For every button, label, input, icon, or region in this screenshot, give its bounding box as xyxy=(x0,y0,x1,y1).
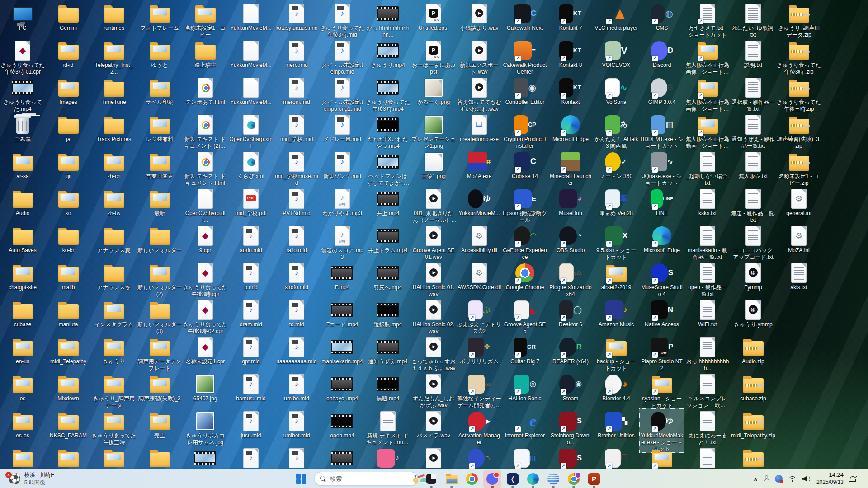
desktop-icon[interactable]: ♪わかりやす.mp3 xyxy=(320,186,365,217)
desktop-icon[interactable]: ヘッドフォンはずしててよかっt.mp4 xyxy=(365,149,410,187)
desktop-icon[interactable]: cubase xyxy=(0,297,45,328)
clock[interactable]: 14:24 2025/09/13 xyxy=(816,471,844,486)
desktop-icon[interactable]: ↗無人販売不正行為画像 - ショートカット xyxy=(685,75,730,113)
desktop-icon[interactable]: ◆9.cpr xyxy=(183,223,228,254)
desktop-icon[interactable]: N↗Native Access xyxy=(639,297,684,328)
desktop-icon[interactable]: YukkuriMovieM... xyxy=(228,1,274,32)
chrome-profile-taskbar-button[interactable] xyxy=(565,470,583,488)
desktop-icon[interactable]: ↗Microsoft Edge xyxy=(548,112,593,143)
desktop-icon[interactable]: ♪新規ソング.mid xyxy=(320,149,365,180)
desktop-icon[interactable]: sfz↗Plogue sforzando x64 xyxy=(548,260,593,298)
desktop-icon[interactable]: きゅうりボカコレ用サムネ.jpg xyxy=(183,408,228,446)
desktop-icon[interactable]: 通知うぜえ.mp4 xyxy=(365,334,410,366)
desktop-icon[interactable]: ▥↗HDDFMT.exe - ショートカット xyxy=(639,112,684,150)
desktop-icon[interactable]: 新規 テキスト ドキュメント (2).html xyxy=(183,112,228,150)
desktop-icon[interactable]: ♪gpt.mid xyxy=(228,334,274,366)
desktop-icon[interactable]: ♪rajio.mid xyxy=(274,223,319,254)
desktop-icon[interactable]: ∿↗VoiSona xyxy=(594,75,639,106)
desktop-icon[interactable]: アナウンス冬 xyxy=(91,260,137,291)
desktop-icon[interactable]: e↗Internet Explorer xyxy=(502,408,547,440)
desktop-icon[interactable]: Audio xyxy=(0,186,45,217)
desktop-icon[interactable]: 羽尻へ.mp4 xyxy=(365,260,410,291)
desktop-icon[interactable]: ▚↗Brother Utilities xyxy=(594,408,639,440)
desktop-icon[interactable]: ◠↗GeForce Experience xyxy=(502,223,547,261)
tray-overflow-chevron-icon[interactable]: ∧ xyxy=(753,476,758,482)
desktop-icon[interactable]: ◣↗Groove Agent SE 5 xyxy=(502,297,547,335)
desktop-icon[interactable]: プレゼンテーション1.png xyxy=(411,112,456,150)
desktop-icon[interactable]: Images xyxy=(46,75,91,106)
desktop-icon[interactable]: ⌗MoZA.exe xyxy=(457,149,502,180)
desktop-icon[interactable]: 新規 テキスト ドキュメント.musicxml xyxy=(365,408,410,446)
desktop-icon[interactable]: ♪メドレー風.mid xyxy=(320,112,365,143)
tray-app-icon[interactable] xyxy=(775,475,783,483)
desktop-icon[interactable]: malib xyxy=(46,260,91,291)
desktop-icon[interactable]: 営業日変更 xyxy=(137,149,182,180)
desktop-icon[interactable]: CP↗Crypton Product Installer xyxy=(502,112,547,150)
accessibility-tray-icon[interactable] xyxy=(764,475,769,482)
search-box[interactable] xyxy=(314,472,418,486)
desktop-icon[interactable]: ↗syasinn - ショートカット xyxy=(639,371,684,409)
desktop-icon[interactable]: WIFI.txt xyxy=(685,297,730,328)
desktop-icon[interactable]: ◉↗Controller Editor xyxy=(502,75,547,106)
desktop-icon[interactable]: NKSC_PARAM xyxy=(46,408,91,440)
desktop-icon[interactable]: F.mp4 xyxy=(320,260,365,291)
desktop-icon[interactable]: chatgpt-site xyxy=(0,260,45,291)
desktop-icon[interactable]: まにまにわーるど！.txt xyxy=(685,408,730,446)
desktop-icon[interactable]: en-us xyxy=(0,334,45,366)
desktop-icon[interactable]: open - 親作品一覧.txt xyxy=(685,260,730,298)
desktop-icon[interactable]: Track Pictures xyxy=(91,112,137,143)
desktop-icon[interactable]: OpenCvSharp.dll... xyxy=(183,186,228,224)
desktop-icon[interactable]: 最新 xyxy=(137,186,182,217)
desktop-icon[interactable]: 死にたい_ゆ歌詞.txt xyxy=(731,1,776,38)
desktop-icon[interactable]: ◔↗OBS Studio xyxy=(548,223,593,254)
desktop-icon[interactable]: ♪td.mid xyxy=(274,297,319,328)
desktop-icon[interactable]: D↗Discord xyxy=(639,38,684,69)
desktop-icon[interactable]: ♪mid_学校.mid xyxy=(274,112,319,143)
desktop-icon[interactable]: ω↗孤独なインディーゲーム開発者の一生 ... xyxy=(457,371,502,409)
desktop-icon[interactable]: ↗Microsoft Edge xyxy=(639,223,684,254)
desktop-icon[interactable]: ◆きゅうり食ってた午後3時-02.cpr xyxy=(183,297,228,335)
desktop-icon[interactable]: ≡↗Cakewalk Product Center xyxy=(502,38,547,75)
desktop-icon[interactable]: jijii xyxy=(46,149,91,180)
desktop-icon[interactable]: C↗Cakewalk Next xyxy=(502,1,547,32)
desktop-icon[interactable]: ↗backup - ショートカット xyxy=(594,334,639,372)
desktop-icon[interactable]: runtimes xyxy=(91,1,137,32)
desktop-icon[interactable]: PDFmid_学校.pdf xyxy=(228,186,274,217)
desktop-icon[interactable]: Fコード.mp4 xyxy=(320,297,365,328)
desktop-icon[interactable]: ↗万引きメモ.txt - ショートカット xyxy=(685,1,730,38)
desktop-icon[interactable]: ♪uaaaaaaaaa.mid xyxy=(274,334,319,366)
desktop-icon[interactable]: ◕↗Blender 4.4 xyxy=(594,371,639,403)
desktop-icon[interactable]: ♪タイトル未設定.tempo.orig1.mid xyxy=(320,75,365,113)
desktop-icon[interactable]: ♪hamusu.mid xyxy=(228,371,274,403)
desktop-icon[interactable]: ▶HALion Sonic 01.wav xyxy=(411,260,456,298)
desktop-icon[interactable]: きゅうり xyxy=(91,334,137,366)
desktop-icon[interactable]: midi_Telepathy.zip xyxy=(731,408,776,440)
desktop-icon[interactable]: 調声練習(失敗)_3.zip xyxy=(776,112,821,150)
desktop-icon[interactable]: 売上 xyxy=(137,408,182,440)
desktop-icon[interactable]: ♪sirofo.mid xyxy=(274,260,319,291)
desktop-icon[interactable]: E↗Epson 接続診断ツール xyxy=(502,186,547,224)
desktop-icon[interactable]: PC xyxy=(0,1,45,32)
desktop-icon[interactable]: _起動しない場合.txt xyxy=(685,149,730,187)
desktop-icon[interactable]: zh-tw xyxy=(91,186,137,217)
desktop-icon[interactable]: YukkuriMovieM... xyxy=(228,38,274,69)
desktop-icon[interactable]: Auto Saves xyxy=(0,223,45,254)
desktop-icon[interactable]: ♪PVTNd.mid xyxy=(274,186,319,217)
desktop-icon[interactable]: 路上駐車 xyxy=(183,38,228,69)
desktop-icon[interactable]: ▶こってゅｈｄすおｆｄｓｂふぉ.wav xyxy=(411,334,456,372)
desktop-icon[interactable]: ▶小銭詰まり.wav xyxy=(457,1,502,32)
desktop-icon[interactable]: ▶ずんだもん_しおかぜふ.wav xyxy=(411,371,456,409)
desktop-icon[interactable]: おっ hhhhhhhhhhh... xyxy=(685,334,730,372)
desktop-icon[interactable]: ▶Groove Agent SE 01.wav xyxy=(411,223,456,261)
desktop-icon[interactable]: es xyxy=(0,371,45,403)
desktop-icon[interactable]: ksks.txt xyxy=(685,186,730,217)
desktop-icon[interactable]: 通知うぜえ - 親作品一覧.txt xyxy=(731,112,776,150)
desktop-icon[interactable]: ♪meroin.mid xyxy=(274,75,319,106)
desktop-icon[interactable]: R↗REAPER (x64) xyxy=(548,334,593,366)
desktop-icon[interactable]: ♪b.mid xyxy=(228,260,274,291)
wifi-icon[interactable] xyxy=(788,476,797,482)
desktop-icon[interactable]: ◍↗CMS xyxy=(639,1,684,32)
desktop-icon[interactable]: PUntitled.ppsf xyxy=(411,1,456,32)
desktop-icon[interactable]: ♪きゅうり食ってた午後3時.mid xyxy=(320,1,365,38)
widgets-button[interactable]: ⚽8 横浜 - 川崎F 5 時間後 xyxy=(5,469,58,488)
